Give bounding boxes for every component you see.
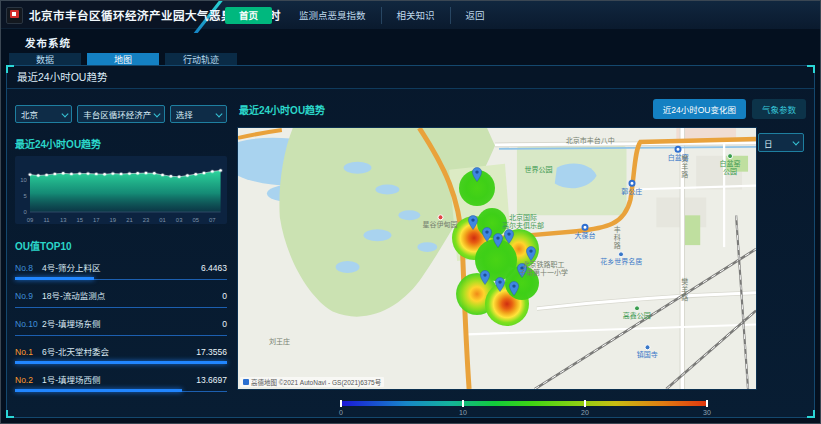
map-label: 星谷伊甸园	[423, 214, 458, 229]
ou-value: 6.4463	[201, 263, 227, 273]
filter-selects: 北京丰台区循环经济产选择	[15, 105, 227, 123]
ou-value: 13.6697	[196, 375, 227, 385]
scale-tick-mark	[462, 400, 464, 407]
scale-tick-mark	[584, 400, 586, 407]
chevron-down-icon	[61, 110, 67, 116]
map-canvas[interactable]: 世界公园北京市丰台八中白盆窑白盆窑公园郭公庄大葆台北京国际 高尔夫俱乐部花乡世界…	[237, 127, 757, 390]
poi-icon	[437, 214, 443, 220]
map-mode-button[interactable]: 气象参数	[752, 99, 806, 119]
map-label: 丰科路	[612, 226, 620, 250]
poi-icon	[644, 345, 650, 351]
rank-label: No.2	[15, 375, 42, 385]
value-bar	[15, 389, 182, 392]
svg-text:10: 10	[20, 177, 27, 183]
rank-label: No.9	[15, 291, 42, 301]
metro-station-icon	[628, 180, 635, 187]
scale-tick-mark	[706, 400, 708, 407]
map-label: 樊羊路	[679, 155, 687, 179]
svg-text:15: 15	[76, 217, 83, 223]
rank-label: No.8	[15, 263, 42, 273]
map-label: 世界公园	[524, 166, 552, 174]
svg-text:01: 01	[159, 217, 166, 223]
map-pin-icon[interactable]	[482, 227, 493, 242]
ou-value: 0	[222, 291, 227, 301]
panel-body: 北京丰台区循环经济产选择 最近24小时OU趋势 0510091113151719…	[7, 89, 814, 417]
top5-row: No.102号-填埋场东侧0	[15, 317, 227, 336]
filter-select[interactable]: 选择	[170, 105, 227, 123]
map-section-header: 最近24小时OU趋势 近24小时OU变化图气象参数	[237, 99, 806, 119]
svg-text:19: 19	[110, 217, 117, 223]
corner-accent	[807, 410, 815, 418]
rank-label: No.1	[15, 347, 42, 357]
map-label: 镇国寺	[637, 345, 658, 360]
map-pin-icon[interactable]	[495, 277, 506, 292]
svg-text:13: 13	[60, 217, 67, 223]
ou-trend-chart: 0510091113151719212301030507	[15, 156, 227, 224]
map-label: 花乡世界名居	[600, 251, 642, 266]
svg-text:03: 03	[176, 217, 183, 223]
map-buttons: 近24小时OU变化图气象参数	[653, 99, 806, 119]
corner-accent	[807, 65, 815, 73]
map-label: 白盆窑公园	[717, 153, 743, 177]
map-label: 高鑫公园	[623, 306, 651, 321]
map-attribution: 高德地图 ©2021 AutoNavi - GS(2021)6375号	[240, 377, 384, 387]
filter-select[interactable]: 丰台区循环经济产	[77, 105, 165, 123]
svg-text:07: 07	[209, 217, 216, 223]
value-bar-track	[15, 307, 227, 308]
map-pin-icon[interactable]	[472, 167, 483, 182]
scale-tick-label: 30	[703, 409, 711, 416]
filter-select[interactable]: 北京	[15, 105, 72, 123]
left-sidebar: 北京丰台区循环经济产选择 最近24小时OU趋势 0510091113151719…	[15, 93, 227, 417]
map-label: 郭公庄	[621, 180, 642, 196]
scale-tick-label: 0	[339, 409, 343, 416]
time-range-select[interactable]: 日	[758, 133, 804, 152]
map-pin-icon[interactable]	[503, 229, 514, 244]
map-mode-button[interactable]: 近24小时OU变化图	[653, 99, 746, 119]
map-label: 北京国际 高尔夫俱乐部	[502, 214, 544, 231]
scale-tick-mark	[340, 400, 342, 407]
map-pin-icon[interactable]	[525, 246, 536, 261]
nav-item[interactable]: 首页	[225, 7, 272, 24]
map-label: 北京市丰台八中	[566, 137, 615, 145]
svg-text:23: 23	[143, 217, 150, 223]
ou-value: 0	[222, 319, 227, 329]
scale-tick-label: 20	[581, 409, 589, 416]
rank-label: No.10	[15, 319, 42, 329]
svg-text:05: 05	[192, 217, 199, 223]
map-pin-icon[interactable]	[493, 233, 504, 248]
value-bar	[15, 361, 227, 364]
nav-item[interactable]: 监测点恶臭指数	[284, 7, 381, 24]
metro-station-icon	[675, 146, 682, 153]
map-section-title: 最近24小时OU趋势	[239, 102, 325, 117]
chevron-down-icon	[216, 110, 222, 116]
chevron-down-icon	[793, 139, 799, 145]
metro-station-icon	[582, 224, 589, 231]
svg-text:17: 17	[93, 217, 100, 223]
svg-text:0: 0	[23, 209, 26, 215]
top5-list: No.84号-筛分上料区6.4463No.918号-流动监测点0No.102号-…	[15, 261, 227, 392]
value-bar-track	[15, 279, 227, 280]
scale-tick-label: 10	[459, 409, 467, 416]
poi-icon	[727, 153, 733, 159]
station-name: 4号-筛分上料区	[42, 261, 201, 273]
value-bar-track	[15, 335, 227, 336]
map-pin-icon[interactable]	[468, 215, 479, 230]
nav-item[interactable]: 相关知识	[381, 7, 450, 24]
map-pin-icon[interactable]	[480, 270, 491, 285]
value-bar	[15, 277, 94, 280]
svg-text:11: 11	[44, 217, 50, 223]
station-name: 1号-填埋场西侧	[42, 373, 196, 385]
main-nav: 首页监测点恶臭指数相关知识返回	[225, 1, 500, 29]
app-logo	[6, 7, 23, 24]
nav-item[interactable]: 返回	[450, 7, 500, 24]
ou-color-scale: 0102030	[341, 401, 707, 419]
svg-text:21: 21	[126, 217, 133, 223]
top5-row: No.21号-填埋场西侧13.6697	[15, 373, 227, 392]
value-bar-track	[15, 363, 227, 364]
poi-icon	[634, 306, 640, 312]
panel-title: 最近24小时OU趋势	[7, 66, 814, 89]
map-pin-icon[interactable]	[508, 281, 519, 296]
top5-row: No.84号-筛分上料区6.4463	[15, 261, 227, 280]
map-label: 北京铁路职工 子弟第十一小学	[519, 261, 568, 278]
main-panel: 最近24小时OU趋势 北京丰台区循环经济产选择 最近24小时OU趋势 05100…	[6, 65, 815, 418]
